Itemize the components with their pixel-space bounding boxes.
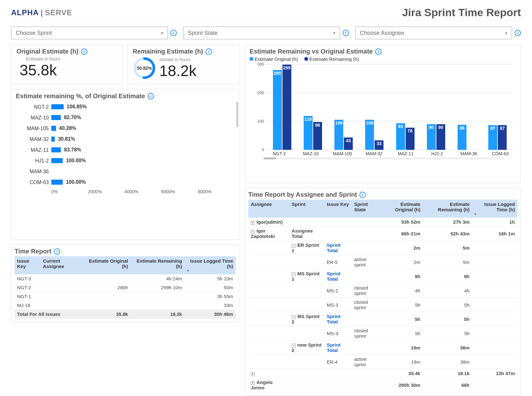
pct-row-value: 100.00%	[66, 158, 86, 163]
kpi-remaining-estimate: Remaining Estimate (h) i 50.82% stimate …	[127, 44, 239, 85]
info-icon[interactable]: i	[54, 248, 60, 255]
assignee-issue-row[interactable]: ER-5active sprint2m5m	[248, 255, 517, 269]
assignee-report-col-header[interactable]: Issue Key	[324, 200, 352, 218]
info-icon[interactable]: i	[81, 48, 87, 55]
sprint-total-row[interactable]: –new Sprint 2Sprint Total19m38m	[248, 341, 517, 355]
pct-row-bar	[51, 158, 63, 163]
time-report-col-header[interactable]: Issue Key	[15, 256, 41, 274]
logo-alpha: ALPHA	[11, 8, 39, 17]
compare-bar: 119	[304, 116, 313, 150]
info-icon[interactable]: i	[359, 192, 366, 198]
scrollbar-horizontal[interactable]	[263, 157, 504, 159]
pct-chart-title: Estimate remaining %, of Original Estima…	[16, 93, 145, 100]
state-filter-label: Sprint State	[188, 30, 218, 36]
pct-row-track: 30.81%	[51, 136, 234, 143]
logo-serve: SERVE	[45, 8, 72, 17]
assignee-report-col-header[interactable]: Estimate Original (h)	[379, 200, 423, 218]
sprint-filter-dropdown[interactable]: Choose Sprint ▾	[11, 27, 168, 39]
kpi-rem-value: 18.2k	[159, 62, 196, 80]
pct-chart-x-axis: 0%2000%4000%6000%8000%	[51, 189, 234, 194]
time-report-col-header[interactable]: Estimate Remaining (h)	[130, 256, 185, 274]
assignee-group-row[interactable]: +Angelo Jones290h 30m66h	[248, 378, 517, 392]
time-report-title: Time Report	[15, 248, 51, 255]
assignee-report-col-header[interactable]: Sprint	[289, 200, 324, 218]
sprint-total-row[interactable]: –MS Sprint 1Sprint Total9h9h	[248, 269, 517, 284]
logo-bar: |	[41, 8, 43, 17]
pct-row-track	[51, 169, 234, 175]
compare-chart-title: Estimate Remaining vs Original Estimate	[250, 48, 373, 55]
expand-icon[interactable]: +	[251, 372, 255, 376]
info-icon[interactable]: i	[343, 30, 349, 36]
pct-row-value: 100.00%	[66, 179, 86, 185]
time-report-row[interactable]: MJ-1833m	[15, 301, 236, 310]
assignee-report-col-header[interactable]: Estimate Remaining (h)	[423, 200, 472, 218]
compare-bar: 87	[498, 125, 507, 150]
kpi-orig-title: Original Estimate (h)	[16, 48, 79, 55]
compare-bar: 280	[273, 70, 282, 150]
pct-chart-card: Estimate remaining %, of Original Estima…	[11, 89, 239, 240]
assignee-report-col-header[interactable]: Sprint State	[352, 200, 379, 218]
pct-row-value: 40.28%	[59, 125, 76, 131]
kpi-rem-title: Remaining Estimate (h)	[133, 48, 203, 55]
legend-series-0: Estimate Original (h)	[255, 56, 298, 62]
info-icon[interactable]: i	[206, 48, 212, 55]
chevron-down-icon: ▾	[333, 30, 335, 35]
compare-chart-categories: NGT-2MAZ-10MAM-105MAM-32MAZ-11HJ1-2MAM-3…	[263, 151, 516, 156]
assignee-filter-dropdown[interactable]: Choose Assignee ▾	[355, 27, 512, 39]
kpi-rem-subtitle: stimate in hours	[159, 57, 196, 62]
time-report-row[interactable]: NGT-34h 24m5h 10m	[15, 274, 236, 283]
legend-series-1: Estimate Remaining (h)	[309, 56, 359, 62]
expand-icon[interactable]: +	[251, 381, 255, 385]
compare-bar: 93	[396, 123, 405, 150]
pct-row-value: 106.85%	[67, 104, 87, 110]
expand-icon[interactable]: +	[251, 221, 255, 225]
expand-icon[interactable]: –	[292, 344, 295, 348]
time-report-col-header[interactable]: Issue Logged Time (h)▾	[185, 256, 236, 274]
pct-row-bar	[51, 104, 64, 109]
assignee-report-col-header[interactable]: Assignee	[248, 200, 289, 218]
time-report-row[interactable]: NGT-2280h299h 10m50m	[15, 283, 236, 292]
compare-chart-card: Estimate Remaining vs Original Estimate …	[245, 44, 521, 183]
pct-row-value: 30.81%	[58, 136, 75, 142]
compare-bar: 106	[334, 120, 343, 150]
assignee-issue-row[interactable]: MS-3closed sprint5h5h	[248, 298, 517, 312]
assignee-report-title: Time Report by Assignee and Sprint	[248, 191, 357, 198]
assignee-report-card: Time Report by Assignee and Sprint i Ass…	[245, 188, 521, 396]
time-report-col-header[interactable]: Estimate Original (h)	[83, 256, 131, 274]
kpi-original-estimate: Original Estimate (h) i Estimate in hour…	[11, 44, 123, 85]
expand-icon[interactable]: –	[292, 244, 295, 248]
pct-row-bar	[51, 147, 61, 152]
pct-row-bar	[51, 180, 63, 185]
compare-bar: 78	[406, 128, 415, 150]
state-filter-dropdown[interactable]: Sprint State ▾	[183, 27, 340, 39]
info-icon[interactable]: i	[515, 30, 521, 36]
info-icon[interactable]: i	[148, 93, 154, 99]
time-report-col-header[interactable]: Current Assignee	[41, 256, 83, 274]
scrollbar-vertical[interactable]	[236, 102, 238, 127]
compare-chart: 0100200300280299119981064310633937890908…	[253, 64, 513, 150]
pct-row-track: 100.00%	[51, 158, 234, 164]
assignee-report-col-header[interactable]: Issue Logged Time (h)▾	[472, 200, 517, 218]
kpi-orig-value: 35.8k	[20, 61, 117, 79]
assignee-issue-row[interactable]: ER-4active sprint19m38m	[248, 355, 517, 369]
time-report-card: Time Report i Issue KeyCurrent AssigneeE…	[11, 244, 239, 322]
assignee-group-row[interactable]: +35.4k18.1k13h 47m	[248, 369, 517, 378]
info-icon[interactable]: i	[375, 48, 382, 55]
assignee-group-row[interactable]: –Igor ZapototskiAssignee Total86h 21m52h…	[248, 227, 517, 241]
expand-icon[interactable]: –	[251, 230, 255, 233]
assignee-issue-row[interactable]: MS-3closed sprint5h5h	[248, 326, 517, 341]
time-report-row[interactable]: NGT-13h 55m	[15, 292, 236, 301]
assignee-group-row[interactable]: +Igor(admin)53h 52m27h 3m1h	[248, 218, 517, 227]
compare-bar: 43	[344, 137, 353, 150]
sprint-total-row[interactable]: –MS Sprint 2Sprint Total5h5h	[248, 312, 517, 326]
compare-bar: 98	[313, 122, 322, 150]
assignee-issue-row[interactable]: MS-2closed sprint4h4h	[248, 284, 517, 298]
chevron-down-icon: ▾	[161, 30, 163, 35]
expand-icon[interactable]: –	[292, 272, 295, 276]
info-icon[interactable]: i	[170, 30, 177, 36]
sprint-total-row[interactable]: –ER Sprint 1Sprint Total2m5m	[248, 241, 517, 255]
pct-row-track: 106.85%	[51, 104, 234, 110]
remaining-donut-pct: 50.82%	[133, 56, 156, 80]
pct-row-bar	[51, 126, 56, 131]
expand-icon[interactable]: –	[292, 315, 295, 319]
